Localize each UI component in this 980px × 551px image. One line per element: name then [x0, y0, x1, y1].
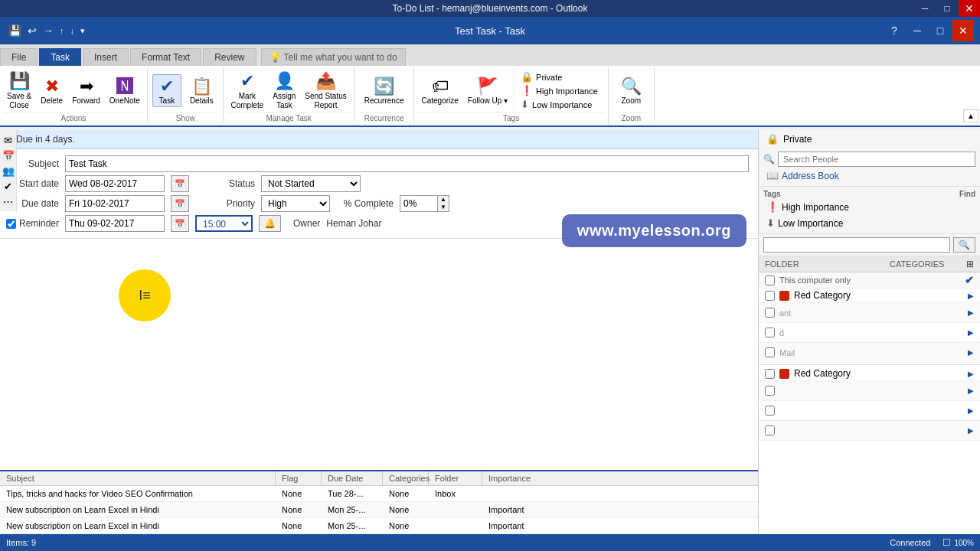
cat-checkbox-red-1[interactable] — [765, 291, 775, 301]
ribbon-group-label-zoom: Zoom — [615, 112, 648, 122]
sidebar-more-icon[interactable]: ⋯ — [2, 194, 15, 208]
cat-checkbox-3[interactable] — [765, 328, 775, 337]
close-system-btn[interactable]: ✕ — [959, 0, 980, 17]
percent-down-btn[interactable]: ▼ — [438, 204, 449, 211]
tab-format-text[interactable]: Format Text — [130, 48, 201, 66]
list-row-3[interactable]: New subscription on Learn Excel in Hindi… — [0, 518, 758, 534]
qat-down[interactable]: ↓ — [68, 24, 77, 37]
task-button[interactable]: ✔ Task — [152, 74, 181, 107]
cat-row-computer[interactable]: This computer only ✔ — [759, 272, 980, 289]
collapse-ribbon-button[interactable]: ▲ — [963, 109, 978, 122]
cat-row-red-2[interactable]: Red Category ▶ — [759, 367, 980, 381]
low-importance-right-btn[interactable]: ⬇ Low Importance — [763, 216, 975, 230]
task-body-area[interactable]: I≡ — [0, 239, 758, 470]
sidebar-calendar-icon[interactable]: 📅 — [2, 148, 15, 162]
priority-select[interactable]: Normal High Low — [261, 195, 330, 212]
tab-insert[interactable]: Insert — [83, 48, 129, 66]
restore-window-btn[interactable]: □ — [929, 20, 951, 41]
cat-checkbox-5[interactable] — [765, 386, 775, 396]
minimize-window-btn[interactable]: ─ — [906, 20, 928, 41]
qat-undo[interactable]: ↩ — [25, 23, 39, 38]
maximize-btn[interactable]: □ — [936, 0, 958, 17]
save-close-button[interactable]: 💾 Save &Close — [3, 69, 35, 112]
list-row-2[interactable]: New subscription on Learn Excel in Hindi… — [0, 502, 758, 518]
start-date-input[interactable] — [65, 175, 165, 192]
close-window-btn[interactable]: ✕ — [952, 20, 974, 41]
tab-file[interactable]: File — [0, 48, 38, 66]
left-sidebar: ✉ 📅 👥 ✔ ⋯ — [0, 130, 17, 211]
list-row-1[interactable]: Tips, tricks and hacks for Video SEO Con… — [0, 486, 758, 502]
forward-button[interactable]: ➡ Forward — [68, 74, 104, 107]
cat-row-empty-6[interactable]: ▶ — [759, 401, 980, 421]
onenote-button[interactable]: 🅽 OneNote — [106, 74, 144, 107]
cat-row-red-1[interactable]: Red Category ▶ — [759, 289, 980, 303]
cat-checkmark-computer: ✔ — [965, 274, 974, 286]
delete-button[interactable]: ✖ Delete — [37, 74, 67, 107]
percent-label: % Complete — [336, 198, 394, 209]
minimize-btn[interactable]: ─ — [914, 0, 936, 17]
subject-input[interactable] — [65, 155, 749, 172]
recurrence-button[interactable]: 🔄 Recurrence — [361, 74, 408, 107]
cat-name-computer: This computer only — [779, 276, 960, 285]
details-button[interactable]: 📋 Details — [185, 74, 219, 107]
private-tag-button[interactable]: 🔒 Private — [518, 70, 600, 83]
due-date-calendar-btn[interactable]: 📅 — [171, 195, 189, 212]
ribbon-group-label-show: Show — [152, 112, 219, 122]
reminder-sound-btn[interactable]: 🔔 — [259, 215, 281, 232]
sidebar-people-icon[interactable]: 👥 — [2, 164, 15, 178]
sidebar-tasks-icon[interactable]: ✔ — [2, 179, 15, 193]
high-importance-button[interactable]: ❗ High Importance — [518, 84, 600, 97]
low-importance-button[interactable]: ⬇ Low Importance — [518, 98, 600, 111]
percent-up-btn[interactable]: ▲ — [438, 196, 449, 204]
find-input[interactable] — [763, 237, 950, 253]
qat-save[interactable]: 💾 — [6, 23, 24, 38]
tell-me-bar[interactable]: 💡 Tell me what you want to do — [261, 48, 406, 66]
address-book-btn[interactable]: 📖 Address Book — [763, 168, 975, 183]
start-date-calendar-btn[interactable]: 📅 — [171, 175, 189, 192]
assign-task-button[interactable]: 👤 AssignTask — [269, 69, 299, 112]
categorize-button[interactable]: 🏷 Categorize — [417, 74, 462, 107]
qat-up[interactable]: ↑ — [57, 24, 67, 37]
mark-complete-button[interactable]: ✔ MarkComplete — [227, 69, 267, 112]
high-importance-icon: ❗ — [521, 85, 533, 96]
cat-checkbox-6[interactable] — [765, 406, 775, 416]
categories-list: This computer only ✔ Red Category ▶ ant … — [759, 272, 980, 534]
tags-section-label: Tags — [763, 190, 781, 198]
send-status-button[interactable]: 📤 Send StatusReport — [301, 69, 350, 112]
qat-redo[interactable]: → — [41, 23, 56, 38]
due-date-input[interactable] — [65, 195, 165, 212]
cat-row-empty-5[interactable]: ▶ — [759, 381, 980, 401]
help-btn[interactable]: ? — [884, 20, 905, 41]
reminder-date-calendar-btn[interactable]: 📅 — [171, 215, 189, 232]
cat-row-empty-2[interactable]: ant ▶ — [759, 303, 980, 323]
window-title-text: Test Task - Task — [455, 25, 525, 37]
private-row[interactable]: 🔒 Private — [759, 130, 980, 148]
cat-arrow-red-1: ▶ — [968, 292, 974, 300]
cat-row-empty-3[interactable]: d ▶ — [759, 323, 980, 343]
high-importance-right-btn[interactable]: ❗ High Importance — [763, 200, 975, 214]
tab-task[interactable]: Task — [39, 48, 81, 66]
reminder-checkbox[interactable] — [6, 219, 16, 229]
cat-checkbox-4[interactable] — [765, 347, 775, 357]
search-people-input[interactable] — [778, 152, 975, 167]
followup-button[interactable]: 🚩 Follow Up ▾ — [464, 74, 511, 107]
qat-more[interactable]: ▾ — [78, 24, 87, 37]
categories-filter-btn[interactable]: ⊞ — [966, 259, 974, 269]
cat-checkbox-7[interactable] — [765, 425, 775, 435]
cat-row-empty-7[interactable]: ▶ — [759, 421, 980, 441]
tab-review[interactable]: Review — [203, 48, 256, 66]
zoom-button[interactable]: 🔍 Zoom — [616, 74, 647, 107]
status-select[interactable]: Not Started In Progress Completed Waitin… — [261, 175, 361, 192]
cat-checkbox-red-2[interactable] — [765, 369, 775, 379]
reminder-date-input[interactable] — [65, 215, 165, 232]
sidebar-mail-icon[interactable]: ✉ — [2, 133, 15, 147]
percent-input[interactable] — [400, 195, 438, 212]
connected-status: Connected — [890, 538, 930, 547]
cat-row-empty-4[interactable]: Mail ▶ — [759, 343, 980, 363]
cat-checkbox-computer[interactable] — [765, 276, 775, 285]
reminder-time-select[interactable]: 15:00 — [195, 215, 253, 232]
search-people-icon: 🔍 — [763, 154, 775, 165]
find-button[interactable]: 🔍 — [953, 237, 975, 253]
cat-checkbox-2[interactable] — [765, 308, 775, 318]
items-count: Items: 9 — [6, 538, 36, 547]
